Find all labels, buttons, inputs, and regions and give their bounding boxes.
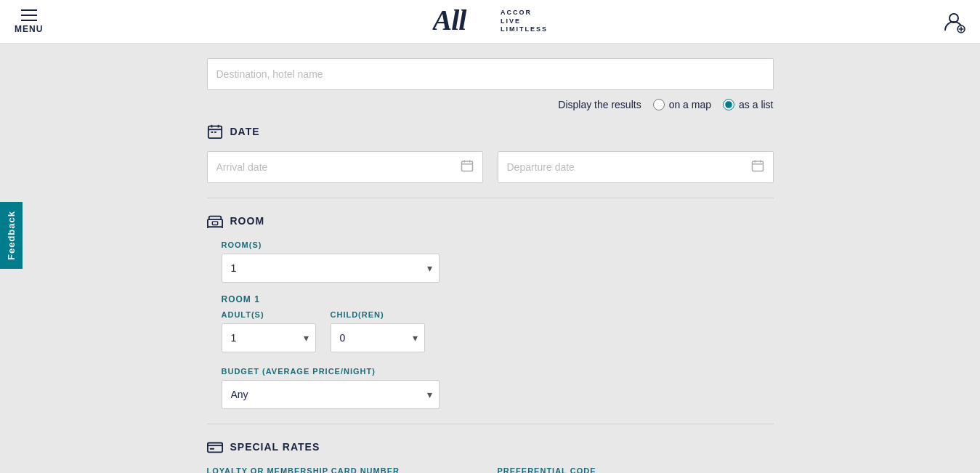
special-rates-header: SPECIAL RATES — [207, 439, 774, 455]
adults-select[interactable]: 1 2 3 4 — [222, 323, 316, 352]
adults-label: ADULT(S) — [222, 310, 316, 319]
menu-button[interactable]: MENU — [15, 9, 43, 34]
radio-on-a-map[interactable]: on a map — [653, 99, 711, 110]
svg-text:All: All — [432, 4, 467, 35]
svg-rect-9 — [211, 132, 213, 133]
rooms-label: ROOM(S) — [222, 240, 774, 249]
children-select-wrapper[interactable]: 0 1 2 3 — [331, 323, 425, 352]
arrival-calendar-icon[interactable] — [461, 159, 474, 175]
destination-input[interactable] — [216, 68, 764, 80]
children-select[interactable]: 0 1 2 3 — [331, 323, 425, 352]
room-divider — [207, 424, 774, 424]
radio-as-a-list[interactable]: as a list — [723, 99, 773, 110]
adults-select-wrapper[interactable]: 1 2 3 4 — [222, 323, 316, 352]
children-label: CHILD(REN) — [331, 310, 425, 319]
arrival-date-input[interactable] — [216, 161, 461, 173]
arrival-date-wrapper[interactable] — [207, 151, 483, 183]
loyalty-label: LOYALTY OR MEMBERSHIP CARD NUMBER — [207, 466, 483, 473]
svg-rect-20 — [212, 222, 217, 225]
svg-rect-11 — [461, 161, 472, 171]
preferential-field: PREFERENTIAL CODE ? — [498, 466, 774, 473]
budget-label: BUDGET (AVERAGE PRICE/NIGHT) — [222, 367, 774, 376]
main-content: Display the results on a map as a list — [207, 44, 774, 473]
logo[interactable]: All ACCOR LIVE LIMITLESS — [432, 2, 548, 41]
room-section-title: ROOM — [230, 215, 265, 227]
children-field: CHILD(REN) 0 1 2 3 — [331, 310, 425, 352]
header: MENU All ACCOR LIVE LIMITLESS — [0, 0, 980, 44]
date-section-title: DATE — [230, 126, 260, 137]
date-divider — [207, 198, 774, 198]
radio-map-label: on a map — [669, 99, 711, 110]
room-fields: ROOM(S) 1 2 3 4 5 ROOM 1 ADULT(S) — [207, 240, 774, 409]
preferential-label: PREFERENTIAL CODE — [498, 466, 774, 473]
departure-date-wrapper[interactable] — [498, 151, 774, 183]
special-rates-title: SPECIAL RATES — [230, 441, 320, 453]
radio-map-input[interactable] — [653, 99, 665, 110]
svg-rect-10 — [214, 132, 216, 133]
feedback-wrapper: Feedback — [0, 202, 23, 272]
room1-label: ROOM 1 — [222, 294, 774, 304]
date-row — [207, 151, 774, 183]
svg-rect-19 — [207, 219, 222, 227]
adults-field: ADULT(S) 1 2 3 4 — [222, 310, 316, 352]
rooms-select[interactable]: 1 2 3 4 5 — [222, 254, 440, 283]
date-section-header: DATE — [207, 124, 774, 140]
room-icon — [207, 213, 223, 229]
date-section: DATE — [207, 124, 774, 183]
departure-calendar-icon[interactable] — [751, 159, 764, 175]
radio-list-label: as a list — [739, 99, 773, 110]
budget-select-wrapper[interactable]: Any < $50 $50 - $100 $100 - $200 > $200 — [222, 380, 440, 409]
display-results-row: Display the results on a map as a list — [207, 99, 774, 110]
special-rates-icon — [207, 439, 223, 455]
loyalty-field: LOYALTY OR MEMBERSHIP CARD NUMBER ? — [207, 466, 483, 473]
room-section-header: ROOM — [207, 213, 774, 229]
adults-children-row: ADULT(S) 1 2 3 4 CHILD(REN) 0 — [222, 310, 774, 352]
svg-rect-23 — [207, 443, 222, 453]
date-icon — [207, 124, 223, 140]
room-section: ROOM ROOM(S) 1 2 3 4 5 ROOM 1 ADULT(S) — [207, 213, 774, 409]
special-rates-section: SPECIAL RATES LOYALTY OR MEMBERSHIP CARD… — [207, 439, 774, 473]
display-results-label: Display the results — [558, 99, 641, 110]
budget-section: BUDGET (AVERAGE PRICE/NIGHT) Any < $50 $… — [222, 367, 774, 409]
radio-list-input[interactable] — [723, 99, 734, 110]
rooms-select-wrapper[interactable]: 1 2 3 4 5 — [222, 254, 440, 283]
destination-search-wrapper[interactable] — [207, 58, 774, 90]
svg-rect-15 — [752, 161, 763, 171]
logo-tagline: ACCOR LIVE LIMITLESS — [501, 9, 548, 34]
feedback-button[interactable]: Feedback — [0, 202, 23, 269]
menu-label: MENU — [15, 24, 43, 34]
logo-all-text: All — [432, 2, 498, 41]
budget-select[interactable]: Any < $50 $50 - $100 $100 - $200 > $200 — [222, 380, 440, 409]
special-rates-fields: LOYALTY OR MEMBERSHIP CARD NUMBER ? PREF… — [207, 466, 774, 473]
departure-date-input[interactable] — [507, 161, 751, 173]
user-icon-button[interactable] — [942, 10, 965, 33]
